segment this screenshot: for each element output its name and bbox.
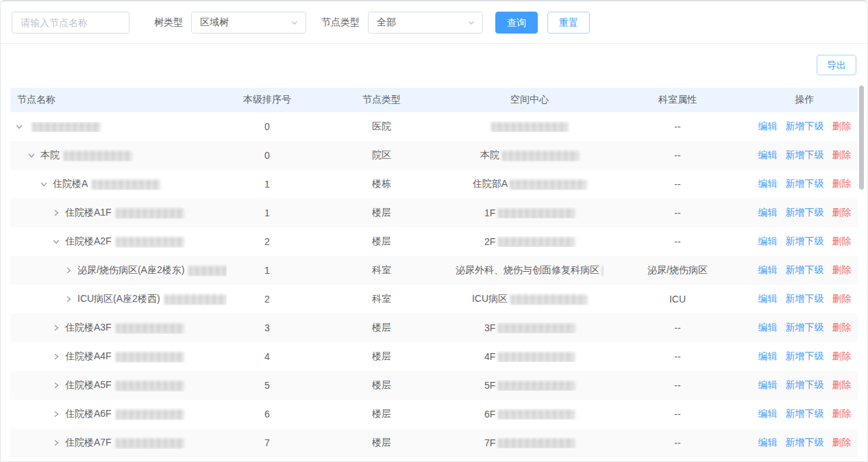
edit-link[interactable]: 编辑 xyxy=(758,350,778,361)
edit-link[interactable]: 编辑 xyxy=(758,379,778,390)
table-row: 住院楼A2F 2 楼层 2F -- 编辑 新增下级 删除 xyxy=(10,227,858,256)
add-child-link[interactable]: 新增下级 xyxy=(786,408,824,419)
row-actions-cell: 编辑 新增下级 删除 xyxy=(752,207,858,219)
row-actions-cell: 编辑 新增下级 删除 xyxy=(752,235,858,248)
search-button[interactable]: 查询 xyxy=(495,12,538,34)
export-button[interactable]: 导出 xyxy=(817,55,856,75)
sort-number-cell: 7 xyxy=(227,437,308,448)
node-type-cell: 楼层 xyxy=(308,322,456,334)
add-child-link[interactable]: 新增下级 xyxy=(786,350,824,361)
redacted-space-center xyxy=(491,122,568,132)
redacted-node-name xyxy=(64,151,132,161)
chevron-down-icon[interactable] xyxy=(14,122,24,131)
node-type-cell: 医院 xyxy=(308,120,456,133)
chevron-down-icon[interactable] xyxy=(27,151,36,160)
add-child-link[interactable]: 新增下级 xyxy=(786,178,824,189)
add-child-link[interactable]: 新增下级 xyxy=(786,264,824,275)
chevron-right-icon[interactable] xyxy=(51,323,61,333)
node-type-cell: 院区 xyxy=(308,149,456,162)
chevron-down-icon[interactable] xyxy=(39,179,49,189)
delete-link[interactable]: 删除 xyxy=(832,322,851,333)
row-actions-cell: 编辑 新增下级 删除 xyxy=(752,350,858,363)
delete-link[interactable]: 删除 xyxy=(832,178,851,189)
chevron-right-icon[interactable] xyxy=(51,409,61,419)
delete-link[interactable]: 删除 xyxy=(832,120,851,131)
node-type-cell: 楼层 xyxy=(308,408,456,420)
node-name-text: ICU病区(A座2楼西) xyxy=(77,293,160,305)
column-header-sort-number: 本级排序号 xyxy=(227,94,308,106)
edit-link[interactable]: 编辑 xyxy=(758,437,778,448)
add-child-link[interactable]: 新增下级 xyxy=(786,293,824,304)
chevron-right-icon[interactable] xyxy=(51,352,61,361)
space-center-cell: ICU病区 xyxy=(456,293,604,305)
delete-link[interactable]: 删除 xyxy=(832,437,851,448)
add-child-link[interactable]: 新增下级 xyxy=(786,207,824,218)
redacted-node-name xyxy=(116,208,184,218)
vertical-scrollbar-thumb[interactable] xyxy=(859,86,864,190)
redacted-node-name xyxy=(116,352,184,362)
node-name-text: 住院楼A6F xyxy=(65,408,112,420)
reset-button[interactable]: 重置 xyxy=(547,12,590,34)
redacted-node-name xyxy=(92,179,160,190)
delete-link[interactable]: 删除 xyxy=(832,379,851,390)
node-tree-table: 节点名称 本级排序号 节点类型 空间中心 科室属性 操作 0 医院 -- 编辑 … xyxy=(10,88,858,457)
add-child-link[interactable]: 新增下级 xyxy=(786,149,824,160)
table-row: 住院楼A5F 5 楼层 5F -- 编辑 新增下级 删除 xyxy=(10,371,858,400)
delete-link[interactable]: 删除 xyxy=(832,408,851,419)
add-child-link[interactable]: 新增下级 xyxy=(786,235,824,246)
sort-number-cell: 3 xyxy=(227,322,308,333)
space-center-cell: 4F xyxy=(456,351,604,363)
delete-link[interactable]: 删除 xyxy=(832,235,851,246)
node-name-cell: 住院楼A3F xyxy=(10,322,227,334)
tree-type-select[interactable]: 区域树 xyxy=(191,12,306,34)
add-child-link[interactable]: 新增下级 xyxy=(786,322,824,333)
dept-attribute-cell: -- xyxy=(604,380,752,391)
chevron-down-icon[interactable] xyxy=(51,237,61,246)
edit-link[interactable]: 编辑 xyxy=(758,149,778,160)
node-type-cell: 楼层 xyxy=(308,207,456,219)
delete-link[interactable]: 删除 xyxy=(832,264,851,275)
node-type-select[interactable]: 全部 xyxy=(368,12,483,34)
space-center-text: 7F xyxy=(484,437,495,448)
edit-link[interactable]: 编辑 xyxy=(758,408,778,419)
node-type-cell: 楼层 xyxy=(308,437,456,449)
redacted-space-center xyxy=(502,151,579,161)
row-actions-cell: 编辑 新增下级 删除 xyxy=(752,322,858,334)
edit-link[interactable]: 编辑 xyxy=(758,264,778,275)
edit-link[interactable]: 编辑 xyxy=(758,178,778,189)
chevron-right-icon[interactable] xyxy=(51,208,61,218)
delete-link[interactable]: 删除 xyxy=(832,207,851,218)
column-header-actions: 操作 xyxy=(752,94,858,106)
node-name-text: 住院楼A2F xyxy=(65,235,112,248)
edit-link[interactable]: 编辑 xyxy=(758,235,778,246)
edit-link[interactable]: 编辑 xyxy=(758,322,778,333)
delete-link[interactable]: 删除 xyxy=(832,350,851,361)
delete-link[interactable]: 删除 xyxy=(832,293,851,304)
chevron-right-icon[interactable] xyxy=(51,438,61,448)
redacted-space-center xyxy=(498,237,575,247)
edit-link[interactable]: 编辑 xyxy=(758,293,778,304)
add-child-link[interactable]: 新增下级 xyxy=(786,120,824,131)
dept-attribute-cell: ICU xyxy=(604,294,752,305)
chevron-right-icon[interactable] xyxy=(64,294,73,304)
chevron-right-icon[interactable] xyxy=(64,266,73,275)
space-center-cell: 1F xyxy=(456,207,604,219)
chevron-right-icon[interactable] xyxy=(51,381,61,390)
dept-attribute-cell: -- xyxy=(604,236,752,247)
node-name-text: 泌尿/烧伤病区(A座2楼东) xyxy=(77,264,184,277)
edit-link[interactable]: 编辑 xyxy=(758,120,778,131)
edit-link[interactable]: 编辑 xyxy=(758,207,778,218)
add-child-link[interactable]: 新增下级 xyxy=(786,379,824,390)
node-name-input[interactable] xyxy=(12,12,129,34)
space-center-cell xyxy=(456,121,604,133)
table-row: ICU病区(A座2楼西) 2 科室 ICU病区 ICU 编辑 新增下级 删除 xyxy=(10,285,858,313)
tree-type-selected-value: 区域树 xyxy=(200,16,229,29)
sort-number-cell: 0 xyxy=(227,150,308,161)
space-center-cell: 3F xyxy=(456,322,604,334)
chevron-down-icon xyxy=(290,18,299,27)
delete-link[interactable]: 删除 xyxy=(832,149,851,160)
table-row: 住院楼A3F 3 楼层 3F -- 编辑 新增下级 删除 xyxy=(10,313,858,342)
filter-bar: 树类型 区域树 节点类型 全部 查询 重置 xyxy=(1,1,867,44)
node-name-text: 住院楼A4F xyxy=(65,350,112,363)
add-child-link[interactable]: 新增下级 xyxy=(786,437,824,448)
